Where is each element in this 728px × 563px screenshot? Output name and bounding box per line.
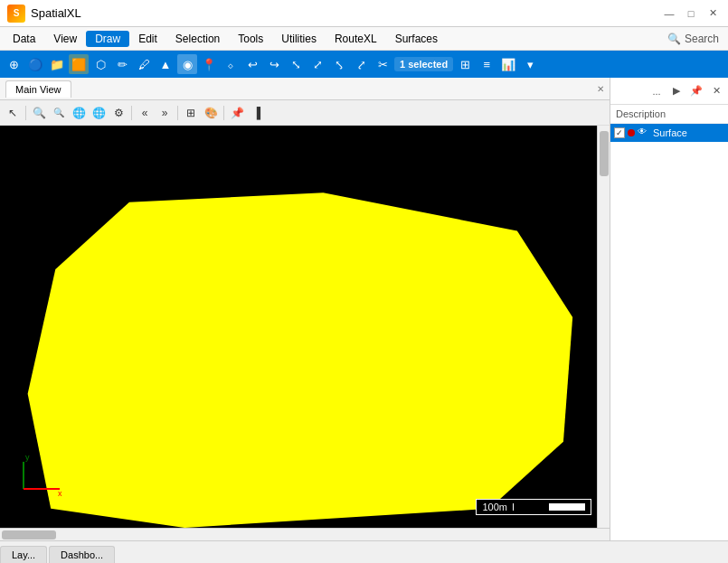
tb-icon-6[interactable]: ✏: [112, 54, 132, 74]
layer-row[interactable]: ✓ 👁 Surface: [610, 124, 728, 142]
right-panel-header: ... ▶ 📌 ✕: [610, 78, 728, 105]
rp-close[interactable]: ✕: [708, 83, 724, 99]
tb-icon-sel3[interactable]: 📊: [498, 54, 518, 74]
mt-next[interactable]: »: [156, 104, 174, 122]
main-view-tab[interactable]: Main View: [5, 80, 71, 98]
canvas-area[interactable]: y x 100m: [0, 126, 610, 528]
tab-layers[interactable]: Lay...: [0, 546, 47, 563]
menu-view[interactable]: View: [44, 31, 86, 47]
h-scroll-thumb[interactable]: [2, 530, 56, 540]
mt-color[interactable]: 🎨: [202, 104, 220, 122]
mt-globe2[interactable]: 🌐: [90, 104, 108, 122]
menu-tools[interactable]: Tools: [229, 31, 272, 47]
svg-text:y: y: [25, 453, 30, 462]
mt-sep-2: [131, 106, 132, 120]
svg-rect-6: [513, 503, 549, 511]
tb-icon-2[interactable]: 🔵: [25, 54, 45, 74]
menu-bar: Data View Draw Edit Selection Tools Util…: [0, 27, 728, 51]
tb-icon-12[interactable]: ↩: [242, 54, 262, 74]
scale-label: 100m: [482, 502, 507, 512]
menu-utilities[interactable]: Utilities: [272, 31, 326, 47]
menu-edit[interactable]: Edit: [129, 31, 166, 47]
mt-sep-4: [223, 106, 224, 120]
mt-panel[interactable]: ▐: [248, 104, 266, 122]
maximize-button[interactable]: □: [683, 5, 699, 22]
tb-icon-7[interactable]: 🖊: [134, 54, 154, 74]
main-area: Main View ✕ ↖ 🔍 🔍 🌐 🌐 ⚙ « » ⊞ 🎨 📌 ▐: [0, 78, 728, 540]
layer-dot: [628, 129, 635, 136]
rp-more[interactable]: ...: [648, 83, 665, 99]
layer-eye-icon: 👁: [638, 127, 650, 139]
tb-icon-4[interactable]: 🟧: [69, 54, 89, 74]
rp-pin[interactable]: 📌: [688, 83, 704, 99]
mt-prev[interactable]: «: [136, 104, 154, 122]
tb-icon-3[interactable]: 📁: [47, 54, 67, 74]
main-toolbar: ⊕ 🔵 📁 🟧 ⬡ ✏ 🖊 ▲ ◉ 📍 ⬦ ↩ ↪ ⤡ ⤢ ⤣ ⤤ ✂ 1 se…: [0, 51, 728, 78]
menu-routexl[interactable]: RouteXL: [326, 31, 386, 47]
v-scroll-thumb[interactable]: [600, 131, 609, 176]
tb-icon-16[interactable]: ⤣: [329, 54, 349, 74]
mt-sep-3: [177, 106, 178, 120]
tb-icon-15[interactable]: ⤢: [307, 54, 327, 74]
tb-icon-1[interactable]: ⊕: [4, 54, 24, 74]
svg-text:x: x: [58, 489, 62, 498]
axes-svg: y x: [14, 453, 69, 498]
app-icon: S: [7, 5, 25, 23]
view-tab-bar: Main View ✕: [0, 78, 610, 100]
tb-icon-sel2[interactable]: ≡: [477, 54, 496, 74]
mt-arrow[interactable]: ↖: [4, 104, 22, 122]
tab-dashboard[interactable]: Dashbo...: [49, 546, 115, 563]
mt-pin[interactable]: 📌: [228, 104, 246, 122]
search-label: Search: [685, 33, 719, 45]
title-bar-left: S SpatialXL: [7, 5, 81, 23]
tb-icon-more[interactable]: ▾: [520, 54, 540, 74]
title-bar-title: SpatialXL: [31, 6, 81, 20]
mt-zoom-out[interactable]: 🔍: [50, 104, 68, 122]
tb-icon-10[interactable]: 📍: [199, 54, 219, 74]
layer-label: Surface: [653, 127, 687, 138]
tb-icon-18[interactable]: ✂: [373, 54, 392, 74]
scale-line: [513, 502, 585, 512]
right-panel: ... ▶ 📌 ✕ Description ✓ 👁 Surface: [610, 78, 728, 540]
close-button[interactable]: ✕: [704, 5, 721, 22]
menu-data[interactable]: Data: [4, 31, 44, 47]
vertical-scrollbar[interactable]: [597, 126, 610, 528]
tb-icon-8[interactable]: ▲: [156, 54, 175, 74]
menu-draw[interactable]: Draw: [86, 31, 129, 47]
tb-icon-13[interactable]: ↪: [264, 54, 284, 74]
map-canvas: [0, 126, 610, 528]
mt-globe1[interactable]: 🌐: [70, 104, 88, 122]
tb-icon-11[interactable]: ⬦: [221, 54, 241, 74]
tb-icon-14[interactable]: ⤡: [286, 54, 306, 74]
view-tab-close[interactable]: ✕: [597, 84, 604, 94]
right-panel-description: Description: [610, 105, 728, 124]
mt-settings[interactable]: ⚙: [109, 104, 128, 122]
selected-badge: 1 selected: [394, 57, 453, 71]
title-bar-controls: — □ ✕: [661, 5, 721, 22]
menu-selection[interactable]: Selection: [166, 31, 229, 47]
layer-checkbox[interactable]: ✓: [614, 127, 625, 138]
mt-sep-1: [25, 106, 26, 120]
tb-icon-sel1[interactable]: ⊞: [455, 54, 475, 74]
axes-indicator: y x: [14, 453, 69, 501]
minimize-button[interactable]: —: [661, 5, 677, 22]
mt-grid[interactable]: ⊞: [182, 104, 200, 122]
horizontal-scrollbar[interactable]: [0, 528, 610, 540]
tb-icon-9[interactable]: ◉: [177, 54, 197, 74]
scale-bar: 100m: [476, 499, 591, 515]
map-toolbar: ↖ 🔍 🔍 🌐 🌐 ⚙ « » ⊞ 🎨 📌 ▐: [0, 100, 610, 126]
title-bar: S SpatialXL — □ ✕: [0, 0, 728, 27]
map-panel: Main View ✕ ↖ 🔍 🔍 🌐 🌐 ⚙ « » ⊞ 🎨 📌 ▐: [0, 78, 610, 540]
tb-icon-5[interactable]: ⬡: [90, 54, 110, 74]
mt-zoom-in[interactable]: 🔍: [30, 104, 48, 122]
rp-play[interactable]: ▶: [668, 83, 685, 99]
svg-marker-0: [28, 192, 573, 528]
tb-icon-17[interactable]: ⤤: [351, 54, 371, 74]
bottom-tabs: Lay... Dashbo...: [0, 540, 728, 563]
menu-surfaces[interactable]: Surfaces: [386, 31, 447, 47]
